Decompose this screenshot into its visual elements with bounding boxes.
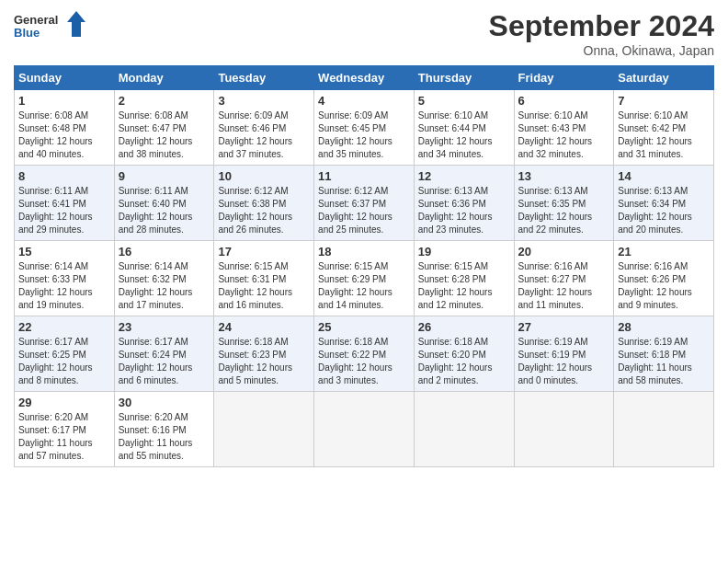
day-info: Sunrise: 6:12 AM Sunset: 6:37 PM Dayligh… bbox=[318, 185, 410, 236]
calendar-cell: 22 Sunrise: 6:17 AM Sunset: 6:25 PM Dayl… bbox=[15, 316, 115, 392]
day-number: 24 bbox=[218, 320, 310, 334]
day-info: Sunrise: 6:15 AM Sunset: 6:31 PM Dayligh… bbox=[218, 260, 310, 312]
calendar-cell: 15 Sunrise: 6:14 AM Sunset: 6:33 PM Dayl… bbox=[15, 241, 115, 316]
day-number: 30 bbox=[119, 396, 210, 409]
calendar-cell bbox=[314, 392, 415, 467]
col-tuesday: Tuesday bbox=[214, 66, 314, 90]
calendar-cell: 13 Sunrise: 6:13 AM Sunset: 6:35 PM Dayl… bbox=[514, 166, 614, 241]
day-number: 28 bbox=[618, 320, 710, 334]
col-thursday: Thursday bbox=[414, 66, 514, 90]
day-info: Sunrise: 6:20 AM Sunset: 6:17 PM Dayligh… bbox=[18, 411, 110, 463]
day-info: Sunrise: 6:11 AM Sunset: 6:41 PM Dayligh… bbox=[18, 185, 110, 236]
calendar-week-row: 1 Sunrise: 6:08 AM Sunset: 6:48 PM Dayli… bbox=[15, 90, 714, 166]
day-info: Sunrise: 6:13 AM Sunset: 6:35 PM Dayligh… bbox=[518, 185, 610, 236]
calendar-cell: 26 Sunrise: 6:18 AM Sunset: 6:20 PM Dayl… bbox=[414, 316, 514, 392]
calendar-week-row: 22 Sunrise: 6:17 AM Sunset: 6:25 PM Dayl… bbox=[15, 316, 714, 392]
calendar-table: Sunday Monday Tuesday Wednesday Thursday… bbox=[14, 65, 714, 467]
page-header: General Blue September 2024 Onna, Okinaw… bbox=[14, 9, 714, 58]
calendar-cell: 19 Sunrise: 6:15 AM Sunset: 6:28 PM Dayl… bbox=[414, 241, 514, 316]
calendar-cell: 16 Sunrise: 6:14 AM Sunset: 6:32 PM Dayl… bbox=[114, 241, 214, 316]
day-number: 4 bbox=[318, 94, 410, 108]
col-wednesday: Wednesday bbox=[314, 66, 415, 90]
day-number: 5 bbox=[418, 94, 510, 108]
day-info: Sunrise: 6:14 AM Sunset: 6:33 PM Dayligh… bbox=[18, 260, 110, 312]
calendar-cell: 6 Sunrise: 6:10 AM Sunset: 6:43 PM Dayli… bbox=[514, 90, 614, 166]
day-number: 6 bbox=[518, 94, 610, 108]
col-saturday: Saturday bbox=[614, 66, 714, 90]
day-number: 2 bbox=[119, 94, 210, 108]
svg-text:General: General bbox=[14, 13, 58, 27]
calendar-header-row: Sunday Monday Tuesday Wednesday Thursday… bbox=[15, 66, 714, 90]
day-info: Sunrise: 6:09 AM Sunset: 6:46 PM Dayligh… bbox=[218, 109, 310, 161]
day-number: 16 bbox=[119, 245, 210, 259]
day-info: Sunrise: 6:12 AM Sunset: 6:38 PM Dayligh… bbox=[218, 185, 310, 236]
day-info: Sunrise: 6:19 AM Sunset: 6:19 PM Dayligh… bbox=[518, 336, 610, 387]
calendar-cell: 30 Sunrise: 6:20 AM Sunset: 6:16 PM Dayl… bbox=[114, 392, 214, 467]
day-info: Sunrise: 6:08 AM Sunset: 6:47 PM Dayligh… bbox=[119, 109, 210, 161]
day-info: Sunrise: 6:10 AM Sunset: 6:42 PM Dayligh… bbox=[618, 109, 710, 161]
day-number: 23 bbox=[119, 320, 210, 334]
day-info: Sunrise: 6:15 AM Sunset: 6:29 PM Dayligh… bbox=[318, 260, 410, 312]
calendar-cell: 1 Sunrise: 6:08 AM Sunset: 6:48 PM Dayli… bbox=[15, 90, 115, 166]
col-friday: Friday bbox=[514, 66, 614, 90]
calendar-cell: 17 Sunrise: 6:15 AM Sunset: 6:31 PM Dayl… bbox=[214, 241, 314, 316]
calendar-week-row: 15 Sunrise: 6:14 AM Sunset: 6:33 PM Dayl… bbox=[15, 241, 714, 316]
calendar-cell: 2 Sunrise: 6:08 AM Sunset: 6:47 PM Dayli… bbox=[114, 90, 214, 166]
calendar-cell bbox=[414, 392, 514, 467]
day-info: Sunrise: 6:13 AM Sunset: 6:34 PM Dayligh… bbox=[618, 185, 710, 236]
calendar-cell: 18 Sunrise: 6:15 AM Sunset: 6:29 PM Dayl… bbox=[314, 241, 415, 316]
day-number: 17 bbox=[218, 245, 310, 259]
day-info: Sunrise: 6:08 AM Sunset: 6:48 PM Dayligh… bbox=[18, 109, 110, 161]
calendar-cell: 5 Sunrise: 6:10 AM Sunset: 6:44 PM Dayli… bbox=[414, 90, 514, 166]
day-info: Sunrise: 6:11 AM Sunset: 6:40 PM Dayligh… bbox=[119, 185, 210, 236]
calendar-cell: 25 Sunrise: 6:18 AM Sunset: 6:22 PM Dayl… bbox=[314, 316, 415, 392]
day-info: Sunrise: 6:09 AM Sunset: 6:45 PM Dayligh… bbox=[318, 109, 410, 161]
day-number: 27 bbox=[518, 320, 610, 334]
day-info: Sunrise: 6:16 AM Sunset: 6:26 PM Dayligh… bbox=[618, 260, 710, 312]
calendar-cell: 12 Sunrise: 6:13 AM Sunset: 6:36 PM Dayl… bbox=[414, 166, 514, 241]
calendar-cell: 10 Sunrise: 6:12 AM Sunset: 6:38 PM Dayl… bbox=[214, 166, 314, 241]
day-info: Sunrise: 6:14 AM Sunset: 6:32 PM Dayligh… bbox=[119, 260, 210, 312]
col-sunday: Sunday bbox=[15, 66, 115, 90]
title-section: September 2024 Onna, Okinawa, Japan bbox=[489, 9, 714, 58]
day-number: 18 bbox=[318, 245, 410, 259]
day-number: 15 bbox=[18, 245, 110, 259]
calendar-cell: 14 Sunrise: 6:13 AM Sunset: 6:34 PM Dayl… bbox=[614, 166, 714, 241]
calendar-week-row: 8 Sunrise: 6:11 AM Sunset: 6:41 PM Dayli… bbox=[15, 166, 714, 241]
day-number: 12 bbox=[418, 169, 510, 183]
calendar-cell: 28 Sunrise: 6:19 AM Sunset: 6:18 PM Dayl… bbox=[614, 316, 714, 392]
day-number: 29 bbox=[18, 396, 110, 409]
day-info: Sunrise: 6:10 AM Sunset: 6:43 PM Dayligh… bbox=[518, 109, 610, 161]
day-info: Sunrise: 6:10 AM Sunset: 6:44 PM Dayligh… bbox=[418, 109, 510, 161]
calendar-cell: 7 Sunrise: 6:10 AM Sunset: 6:42 PM Dayli… bbox=[614, 90, 714, 166]
day-number: 26 bbox=[418, 320, 510, 334]
day-number: 11 bbox=[318, 169, 410, 183]
day-info: Sunrise: 6:15 AM Sunset: 6:28 PM Dayligh… bbox=[418, 260, 510, 312]
day-number: 19 bbox=[418, 245, 510, 259]
logo: General Blue bbox=[14, 9, 87, 39]
day-number: 1 bbox=[18, 94, 110, 108]
day-number: 14 bbox=[618, 169, 710, 183]
day-info: Sunrise: 6:19 AM Sunset: 6:18 PM Dayligh… bbox=[618, 336, 710, 387]
day-number: 8 bbox=[18, 169, 110, 183]
day-number: 20 bbox=[518, 245, 610, 259]
calendar-cell: 3 Sunrise: 6:09 AM Sunset: 6:46 PM Dayli… bbox=[214, 90, 314, 166]
calendar-cell: 20 Sunrise: 6:16 AM Sunset: 6:27 PM Dayl… bbox=[514, 241, 614, 316]
svg-text:Blue: Blue bbox=[14, 26, 40, 39]
location: Onna, Okinawa, Japan bbox=[489, 43, 714, 58]
day-info: Sunrise: 6:20 AM Sunset: 6:16 PM Dayligh… bbox=[119, 411, 210, 463]
day-info: Sunrise: 6:17 AM Sunset: 6:24 PM Dayligh… bbox=[119, 336, 210, 387]
calendar-cell bbox=[614, 392, 714, 467]
day-number: 21 bbox=[618, 245, 710, 259]
page-container: General Blue September 2024 Onna, Okinaw… bbox=[0, 0, 728, 477]
calendar-cell: 29 Sunrise: 6:20 AM Sunset: 6:17 PM Dayl… bbox=[15, 392, 115, 467]
day-number: 22 bbox=[18, 320, 110, 334]
day-info: Sunrise: 6:18 AM Sunset: 6:20 PM Dayligh… bbox=[418, 336, 510, 387]
day-number: 10 bbox=[218, 169, 310, 183]
calendar-cell: 9 Sunrise: 6:11 AM Sunset: 6:40 PM Dayli… bbox=[114, 166, 214, 241]
day-number: 7 bbox=[618, 94, 710, 108]
calendar-cell: 8 Sunrise: 6:11 AM Sunset: 6:41 PM Dayli… bbox=[15, 166, 115, 241]
calendar-cell: 4 Sunrise: 6:09 AM Sunset: 6:45 PM Dayli… bbox=[314, 90, 415, 166]
calendar-week-row: 29 Sunrise: 6:20 AM Sunset: 6:17 PM Dayl… bbox=[15, 392, 714, 467]
day-number: 9 bbox=[119, 169, 210, 183]
